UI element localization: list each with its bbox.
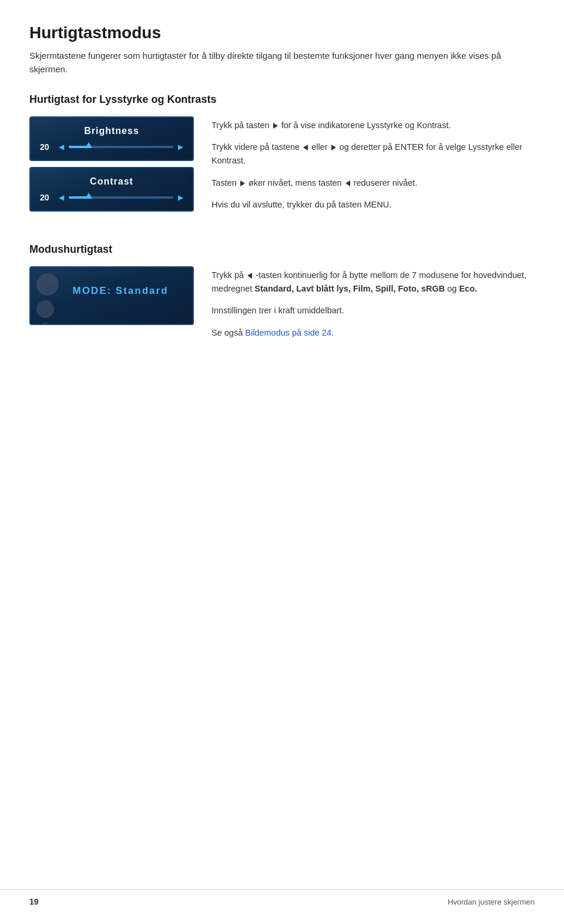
contrast-left-arrow: ◀ [59, 193, 64, 202]
brightness-left-arrow: ◀ [59, 143, 64, 151]
desc1-para3: Tasten øker nivået, mens tasten redusere… [212, 176, 535, 190]
brightness-title: Brightness [40, 126, 183, 136]
brightness-right-arrow: ▶ [178, 143, 183, 151]
page-footer: 19 Hvordan justere skjermen [0, 889, 564, 906]
osd-panel: Brightness 20 ◀ ▶ Contrast [29, 116, 194, 217]
desc2-para3: Se også Bildemodus på side 24. [212, 326, 535, 340]
mode-circle-1 [36, 273, 59, 296]
brightness-thumb [85, 142, 92, 148]
desc2-eco: Eco. [459, 284, 477, 293]
page-number: 19 [29, 897, 39, 906]
contrast-title: Contrast [40, 176, 183, 187]
desc1-para4: Hvis du vil avslutte, trykker du på tast… [212, 198, 535, 212]
brightness-slider [69, 145, 173, 149]
desc1-para1: Trykk på tasten for å vise indikatorene … [212, 119, 535, 132]
page-title: Hurtigtastmodus [29, 24, 535, 42]
arrow-right-icon-2 [331, 145, 336, 150]
desc2-para2: Innstillingen trer i kraft umiddelbart. [212, 304, 535, 317]
mode-circle-2 [36, 300, 54, 318]
section-mode: Modushurtigtast MODE: Standard Trykk på … [29, 243, 535, 348]
contrast-track [69, 196, 173, 199]
section2-content: MODE: Standard Trykk på -tasten kontinue… [29, 266, 535, 348]
mode-circle-3 [36, 323, 54, 325]
desc2-bold: Standard, Lavt blått lys, Film, Spill, F… [254, 284, 445, 293]
brightness-value: 20 [40, 142, 54, 152]
footer-chapter: Hvordan justere skjermen [448, 898, 535, 906]
mode-label: MODE: Standard [40, 279, 183, 303]
contrast-value: 20 [40, 193, 54, 202]
arrow-right-icon-1 [273, 123, 278, 129]
section1-content: Brightness 20 ◀ ▶ Contrast [29, 116, 535, 220]
contrast-widget: Contrast 20 ◀ ▶ [29, 167, 194, 212]
brightness-track [69, 146, 173, 148]
bildemodus-link[interactable]: Bildemodus på side 24. [245, 328, 334, 337]
arrow-left-icon-3 [247, 273, 252, 279]
brightness-row: 20 ◀ ▶ [40, 142, 183, 152]
mode-widget: MODE: Standard [29, 266, 194, 325]
arrow-left-icon-1 [303, 145, 308, 150]
brightness-widget: Brightness 20 ◀ ▶ [29, 116, 194, 161]
section-brightness-contrast: Hurtigtast for Lysstyrke og Kontrasts Br… [29, 93, 535, 220]
section2-description: Trykk på -tasten kontinuerlig for å bytt… [212, 266, 535, 348]
section1-heading: Hurtigtast for Lysstyrke og Kontrasts [29, 93, 535, 106]
contrast-slider [69, 195, 173, 200]
intro-paragraph: Skjermtastene fungerer som hurtigtaster … [29, 49, 535, 76]
section2-heading: Modushurtigtast [29, 243, 535, 256]
arrow-left-icon-2 [345, 180, 350, 186]
arrow-right-icon-3 [240, 180, 245, 186]
section1-description: Trykk på tasten for å vise indikatorene … [212, 116, 535, 220]
desc2-para1: Trykk på -tasten kontinuerlig for å bytt… [212, 269, 535, 296]
contrast-thumb [85, 193, 92, 199]
mode-circles-decoration [36, 273, 59, 325]
desc1-para2: Trykk videre på tastene eller og derette… [212, 140, 535, 168]
contrast-right-arrow: ▶ [178, 193, 183, 202]
contrast-row: 20 ◀ ▶ [40, 193, 183, 202]
mode-panel: MODE: Standard [29, 266, 194, 325]
